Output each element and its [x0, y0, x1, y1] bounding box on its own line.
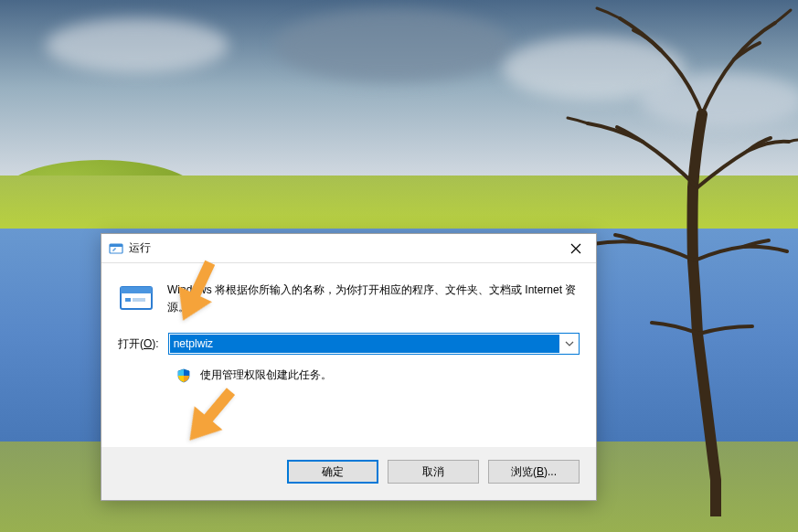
browse-button[interactable]: 浏览(B)... — [488, 460, 580, 484]
dialog-content: Windows 将根据你所输入的名称，为你打开相应的程序、文件夹、文档或 Int… — [101, 263, 596, 447]
admin-task-label: 使用管理权限创建此任务。 — [200, 367, 332, 383]
shield-icon — [176, 368, 191, 383]
open-input[interactable] — [170, 335, 559, 353]
titlebar[interactable]: 运行 — [101, 234, 596, 263]
cancel-button[interactable]: 取消 — [388, 460, 479, 484]
svg-rect-3 — [121, 287, 152, 293]
dialog-description: Windows 将根据你所输入的名称，为你打开相应的程序、文件夹、文档或 Int… — [167, 280, 580, 316]
dialog-title: 运行 — [129, 240, 555, 256]
ok-button[interactable]: 确定 — [287, 460, 378, 484]
open-combobox[interactable] — [168, 333, 580, 355]
svg-rect-1 — [110, 244, 122, 247]
run-large-icon — [118, 280, 154, 316]
chevron-down-icon[interactable] — [560, 334, 579, 354]
close-button[interactable] — [555, 234, 596, 262]
run-dialog: 运行 Windows 将根据你所输入的名称，为你打开相应的程序、文件夹、文档或 … — [101, 233, 597, 501]
open-label: 打开(O): — [118, 336, 159, 352]
svg-rect-5 — [133, 298, 145, 302]
button-bar: 确定 取消 浏览(B)... — [101, 447, 596, 500]
run-icon — [109, 241, 123, 256]
svg-rect-4 — [125, 298, 131, 302]
